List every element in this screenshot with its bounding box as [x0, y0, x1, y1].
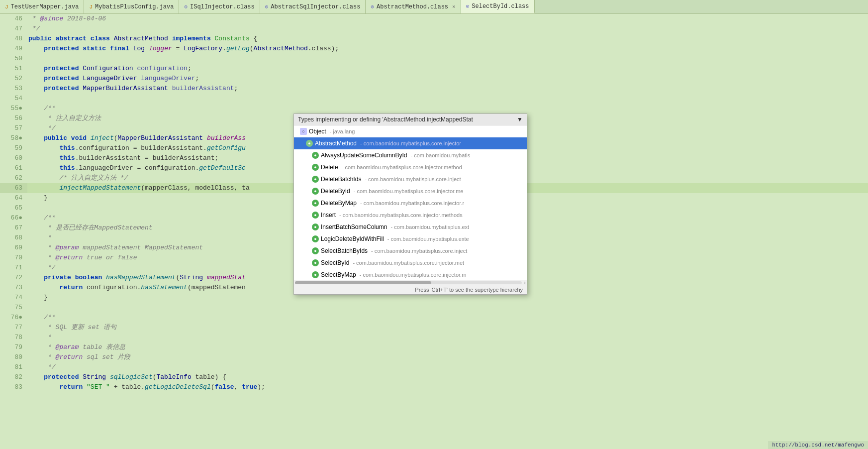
code-line-50: 50 [0, 54, 868, 64]
popup-item-DeleteByMap[interactable]: ● DeleteByMap - com.baomidou.mybatisplus… [294, 197, 527, 209]
code-line-77: 77 * SQL 更新 set 语句 [0, 323, 868, 333]
tab-bar: J TestUserMapper.java J MybatisPlusConfi… [0, 0, 868, 14]
editor-container: 46 * @since 2018-04-06 47 */ 48 public a… [0, 14, 868, 449]
popup-item-Delete[interactable]: ● Delete - com.baomidou.mybatisplus.core… [294, 161, 527, 173]
popup-item-SelectByMap[interactable]: ● SelectByMap - com.baomidou.mybatisplus… [294, 269, 527, 280]
popup-item-Insert[interactable]: ● Insert - com.baomidou.mybatisplus.core… [294, 209, 527, 221]
popup-item-DeleteBatchIds[interactable]: ● DeleteBatchIds - com.baomidou.mybatisp… [294, 173, 527, 185]
popup-item-SelectBatch[interactable]: ● SelectBatchByIds - com.baomidou.mybati… [294, 245, 527, 257]
abstract-method-icon: ● [306, 140, 313, 147]
popup-title: Types implementing or defining 'Abstract… [298, 116, 473, 123]
popup-header: Types implementing or defining 'Abstract… [294, 114, 527, 125]
tab-SelectById[interactable]: ⊙ SelectById.class [461, 0, 535, 13]
popup-item-InsertBatch[interactable]: ● InsertBatchSomeColumn - com.baomidou.m… [294, 221, 527, 233]
close-icon-AbstractMethod[interactable]: × [452, 4, 456, 10]
class-icon4: ⊙ [466, 3, 470, 9]
popup-item-AbstractMethod[interactable]: ● AbstractMethod - com.baomidou.mybatisp… [294, 137, 527, 149]
code-line-81: 81 */ [0, 362, 868, 372]
popup-item-Object[interactable]: ○ Object - java.lang [294, 125, 527, 137]
popup-item-AlwaysUpdate[interactable]: ● AlwaysUpdateSomeColumnById - com.baomi… [294, 149, 527, 161]
java-icon: J [5, 4, 8, 10]
code-line-80: 80 * @return sql set 片段 [0, 352, 868, 362]
code-line-82: 82 protected String sqlLogicSet(TableInf… [0, 372, 868, 382]
code-line-48: 48 public abstract class AbstractMethod … [0, 34, 868, 44]
popup-item-LogicDelete[interactable]: ● LogicDeleteByIdWithFill - com.baomidou… [294, 233, 527, 245]
tab-TestUserMapper[interactable]: J TestUserMapper.java [0, 0, 84, 13]
code-line-79: 79 * @param table 表信息 [0, 342, 868, 352]
code-line-75: 75 [0, 303, 868, 313]
popup-item-SelectById[interactable]: ● SelectById - com.baomidou.mybatisplus.… [294, 257, 527, 269]
code-line-83: 83 return "SET " + table.getLogicDeleteS… [0, 382, 868, 392]
delete-by-id-icon: ● [312, 188, 319, 195]
popup-footer: Press 'Ctrl+T' to see the supertype hier… [294, 285, 527, 294]
select-by-map-icon: ● [312, 271, 319, 278]
java-icon2: J [89, 4, 93, 10]
scrollbar-thumb[interactable] [295, 281, 431, 284]
type-hierarchy-popup: Types implementing or defining 'Abstract… [293, 113, 527, 295]
tab-MybatisPlusConfig[interactable]: J MybatisPlusConfig.java [84, 0, 179, 13]
popup-item-DeleteById[interactable]: ● DeleteById - com.baomidou.mybatisplus.… [294, 185, 527, 197]
select-by-id-icon: ● [312, 259, 319, 266]
code-line-76: 76● /** [0, 313, 868, 323]
popup-dropdown-icon[interactable]: ▼ [517, 116, 523, 123]
popup-list[interactable]: ○ Object - java.lang ● AbstractMethod - … [294, 125, 527, 280]
always-update-icon: ● [312, 152, 319, 159]
code-line-78: 78 * [0, 333, 868, 342]
tab-AbstractMethod[interactable]: ⊙ AbstractMethod.class × [366, 0, 461, 13]
status-bar: http://blog.csd.net/mafengwo [768, 441, 868, 449]
class-icon2: ⊙ [265, 3, 269, 10]
delete-icon: ● [312, 164, 319, 171]
logic-delete-icon: ● [312, 235, 319, 242]
code-line-52: 52 protected LanguageDriver languageDriv… [0, 74, 868, 84]
code-line-46: 46 * @since 2018-04-06 [0, 14, 868, 24]
tab-AbstractSqlInjector[interactable]: ⊙ AbstractSqlInjector.class [260, 0, 366, 13]
code-line-55: 55● /** [0, 104, 868, 113]
scroll-right-arrow[interactable]: › [524, 279, 526, 286]
delete-by-map-icon: ● [312, 200, 319, 207]
insert-icon: ● [312, 212, 319, 219]
tab-ISqlInjector[interactable]: ⊙ ISqlInjector.class [179, 0, 260, 13]
delete-batch-ids-icon: ● [312, 176, 319, 183]
select-batch-icon: ● [312, 247, 319, 254]
popup-scrollbar-horizontal[interactable]: › [294, 280, 527, 285]
code-line-47: 47 */ [0, 24, 868, 34]
class-icon3: ⊙ [371, 3, 374, 10]
object-icon: ○ [300, 128, 307, 135]
scrollbar-track [295, 281, 522, 284]
code-line-54: 54 [0, 94, 868, 104]
insert-batch-icon: ● [312, 224, 319, 230]
code-line-49: 49 protected static final Log logger = L… [0, 44, 868, 54]
class-icon: ⊙ [184, 3, 188, 10]
code-line-51: 51 protected Configuration configuration… [0, 64, 868, 74]
code-line-53: 53 protected MapperBuilderAssistant buil… [0, 84, 868, 94]
